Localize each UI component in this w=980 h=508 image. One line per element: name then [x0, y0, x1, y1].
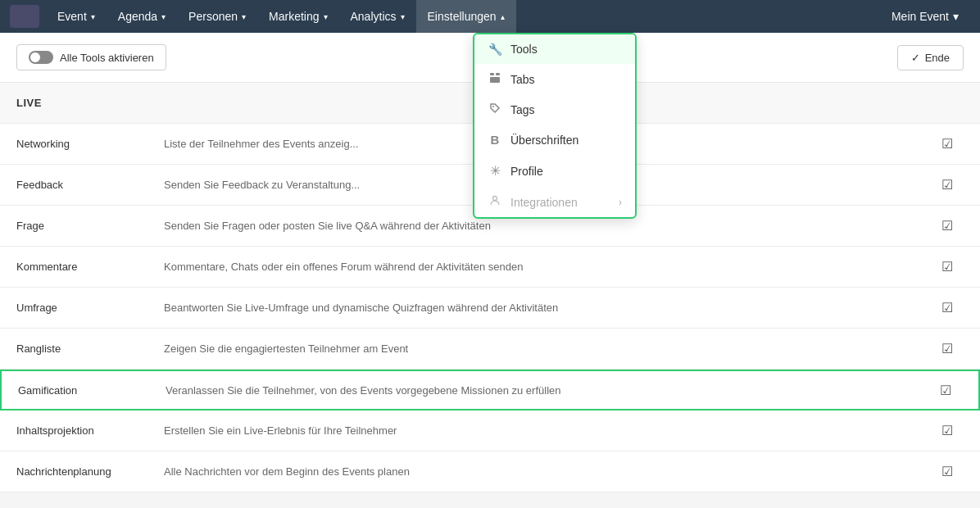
nav-item-einstellungen-label: Einstellungen — [428, 10, 497, 23]
toggle-switch-icon — [29, 51, 53, 64]
person-icon — [488, 195, 502, 209]
table-row: Nachrichtenplanung Alle Nachrichten vor … — [0, 451, 980, 492]
nav-items: Event ▾ Agenda ▾ Personen ▾ Marketing ▾ … — [46, 0, 880, 33]
row-desc-nachrichtenplanung: Alle Nachrichten vor dem Beginn des Even… — [164, 465, 931, 478]
row-desc-rangliste: Zeigen Sie die engagiertesten Teilnehmer… — [164, 342, 931, 355]
einstellungen-dropdown-menu: 🔧 Tools Tabs Tags B Überschriften ✳ Prof… — [473, 33, 637, 219]
row-name-umfrage: Umfrage — [16, 302, 164, 314]
checkmark-icon: ✓ — [911, 52, 920, 64]
nav-item-agenda-label: Agenda — [118, 10, 157, 23]
dropdown-item-tabs[interactable]: Tabs — [474, 64, 635, 94]
nav-item-marketing[interactable]: Marketing ▾ — [257, 0, 338, 33]
tabs-icon — [488, 72, 502, 86]
table-row: Kommentare Kommentare, Chats oder ein of… — [0, 247, 980, 288]
nav-item-personen-label: Personen — [188, 10, 238, 23]
bold-icon: B — [488, 133, 502, 147]
end-button[interactable]: ✓ Ende — [897, 45, 964, 70]
nav-logo — [10, 5, 39, 28]
table-row: Rangliste Zeigen Sie die engagiertesten … — [0, 329, 980, 370]
row-name-kommentare: Kommentare — [16, 261, 164, 273]
dropdown-item-tags[interactable]: Tags — [474, 94, 635, 125]
dropdown-item-profile[interactable]: ✳ Profile — [474, 155, 635, 187]
chevron-right-icon: › — [619, 197, 622, 208]
row-name-gamification: Gamification — [18, 384, 166, 397]
nav-item-mein-event-label: Mein Event — [892, 10, 949, 23]
chevron-down-icon: ▾ — [324, 12, 328, 21]
row-desc-kommentare: Kommentare, Chats oder ein offenes Forum… — [164, 261, 931, 273]
row-name-frage: Frage — [16, 220, 164, 232]
row-desc-gamification: Veranlassen Sie die Teilnehmer, von des … — [166, 384, 929, 397]
chevron-up-icon: ▴ — [501, 12, 505, 21]
row-check-rangliste[interactable]: ☑ — [931, 341, 964, 356]
asterisk-icon: ✳ — [488, 163, 502, 179]
svg-rect-0 — [490, 73, 494, 75]
dropdown-item-tags-label: Tags — [510, 103, 535, 116]
svg-point-4 — [493, 197, 497, 201]
svg-rect-2 — [490, 77, 500, 83]
row-check-inhaltsprojektion[interactable]: ☑ — [931, 423, 964, 438]
end-button-label: Ende — [925, 52, 950, 64]
live-label: LIVE — [16, 97, 42, 109]
row-check-umfrage[interactable]: ☑ — [931, 300, 964, 315]
nav-item-event-label: Event — [57, 10, 87, 23]
top-navigation: Event ▾ Agenda ▾ Personen ▾ Marketing ▾ … — [0, 0, 980, 33]
row-desc-frage: Senden Sie Fragen oder posten Sie live Q… — [164, 220, 931, 232]
row-name-nachrichtenplanung: Nachrichtenplanung — [16, 465, 164, 478]
dropdown-item-integrationen-label: Integrationen — [510, 196, 578, 209]
dropdown-item-ueberschriften-label: Überschriften — [510, 134, 578, 147]
row-name-rangliste: Rangliste — [16, 342, 164, 355]
dropdown-item-tabs-label: Tabs — [510, 73, 535, 86]
nav-item-analytics-label: Analytics — [351, 10, 397, 23]
chevron-down-icon: ▾ — [242, 12, 246, 21]
dropdown-item-integrationen[interactable]: Integrationen › — [474, 187, 635, 217]
dropdown-item-tools[interactable]: 🔧 Tools — [474, 34, 635, 64]
table-row: Inhaltsprojektion Erstellen Sie ein Live… — [0, 410, 980, 451]
row-name-feedback: Feedback — [16, 179, 164, 191]
wrench-icon: 🔧 — [488, 43, 502, 56]
tag-icon — [488, 102, 502, 116]
nav-item-event[interactable]: Event ▾ — [46, 0, 107, 33]
dropdown-item-tools-label: Tools — [510, 43, 538, 56]
row-name-inhaltsprojektion: Inhaltsprojektion — [16, 424, 164, 437]
dropdown-item-profile-label: Profile — [510, 165, 543, 178]
table-row: Umfrage Beantworten Sie Live-Umfrage und… — [0, 288, 980, 329]
nav-item-mein-event[interactable]: Mein Event ▾ — [880, 0, 970, 33]
dropdown-item-ueberschriften[interactable]: B Überschriften — [474, 125, 635, 155]
row-desc-umfrage: Beantworten Sie Live-Umfrage und dynamis… — [164, 302, 931, 314]
nav-item-einstellungen[interactable]: Einstellungen ▴ — [416, 0, 516, 33]
row-check-kommentare[interactable]: ☑ — [931, 259, 964, 274]
svg-rect-1 — [496, 73, 500, 75]
row-check-nachrichtenplanung[interactable]: ☑ — [931, 464, 964, 479]
table-row-gamification: Gamification Veranlassen Sie die Teilneh… — [0, 370, 980, 410]
row-check-feedback[interactable]: ☑ — [931, 177, 964, 193]
row-name-networking: Networking — [16, 138, 164, 150]
row-desc-inhaltsprojektion: Erstellen Sie ein Live-Erlebnis für Ihre… — [164, 424, 931, 437]
nav-item-marketing-label: Marketing — [269, 10, 319, 23]
nav-item-analytics[interactable]: Analytics ▾ — [339, 0, 416, 33]
toggle-all-tools-label: Alle Tools aktivieren — [60, 52, 154, 64]
chevron-down-icon: ▾ — [161, 12, 166, 21]
row-check-frage[interactable]: ☑ — [931, 218, 964, 234]
chevron-down-icon: ▾ — [91, 12, 95, 21]
nav-item-agenda[interactable]: Agenda ▾ — [107, 0, 177, 33]
svg-point-3 — [492, 106, 494, 107]
row-check-gamification[interactable]: ☑ — [929, 383, 962, 398]
toggle-all-tools-button[interactable]: Alle Tools aktivieren — [16, 44, 166, 70]
row-check-networking[interactable]: ☑ — [931, 136, 964, 152]
chevron-down-icon: ▾ — [953, 10, 959, 23]
chevron-down-icon: ▾ — [401, 12, 405, 21]
nav-item-personen[interactable]: Personen ▾ — [177, 0, 257, 33]
